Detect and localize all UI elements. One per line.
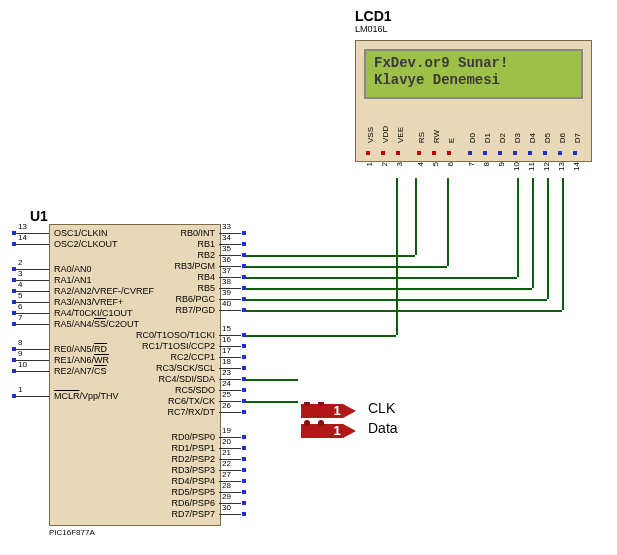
lcd-pin-label: D7 bbox=[573, 133, 582, 143]
lcd-pin-number: 5 bbox=[431, 162, 440, 166]
lcd-pin-number: 13 bbox=[557, 162, 566, 171]
svg-marker-0 bbox=[301, 404, 356, 418]
lcd-pin-number: 1 bbox=[365, 162, 374, 166]
mcu-ref: U1 bbox=[30, 208, 48, 224]
lcd-pin-number: 11 bbox=[527, 162, 536, 171]
lcd-pin-label: RW bbox=[432, 130, 441, 143]
lcd-pin-label: D4 bbox=[528, 133, 537, 143]
lcd-pin-label: VDD bbox=[381, 126, 390, 143]
probe-data-value: 1 bbox=[331, 423, 343, 438]
lcd-pin-number: 14 bbox=[572, 162, 581, 171]
mcu-part: PIC16F877A bbox=[49, 528, 95, 537]
lcd-pin-number: 2 bbox=[380, 162, 389, 166]
lcd-pin-label: D2 bbox=[498, 133, 507, 143]
lcd-module: FxDev.or9 Sunar! Klavye Denemesi VSSVDDV… bbox=[355, 40, 592, 162]
lcd-pin-number: 12 bbox=[542, 162, 551, 171]
lcd-pin-number: 3 bbox=[395, 162, 404, 166]
lcd-pin-label: D3 bbox=[513, 133, 522, 143]
lcd-screen: FxDev.or9 Sunar! Klavye Denemesi bbox=[364, 49, 583, 99]
lcd-pin-label: E bbox=[447, 138, 456, 143]
lcd-pin-label: D6 bbox=[558, 133, 567, 143]
lcd-pin-number: 10 bbox=[512, 162, 521, 171]
lcd-part: LM016L bbox=[355, 24, 388, 34]
svg-point-5 bbox=[318, 420, 324, 426]
lcd-pin-number: 7 bbox=[467, 162, 476, 166]
lcd-pin-label: D5 bbox=[543, 133, 552, 143]
lcd-line2: Klavye Denemesi bbox=[374, 72, 573, 89]
probe-data-label: Data bbox=[368, 420, 398, 436]
lcd-line1: FxDev.or9 Sunar! bbox=[374, 55, 573, 72]
lcd-pin-number: 4 bbox=[416, 162, 425, 166]
svg-marker-1 bbox=[301, 424, 356, 438]
lcd-pin-label: D0 bbox=[468, 133, 477, 143]
lcd-ref: LCD1 bbox=[355, 8, 392, 24]
lcd-pin-number: 6 bbox=[446, 162, 455, 166]
svg-point-4 bbox=[304, 420, 310, 426]
lcd-pin-label: VSS bbox=[366, 127, 375, 143]
lcd-pin-label: VEE bbox=[396, 127, 405, 143]
probe-clk-value: 1 bbox=[331, 403, 343, 418]
lcd-pin-number: 8 bbox=[482, 162, 491, 166]
lcd-pin-label: D1 bbox=[483, 133, 492, 143]
probe-clk-label: CLK bbox=[368, 400, 395, 416]
probe-group: 1 1 bbox=[301, 402, 361, 440]
lcd-pin-label: RS bbox=[417, 132, 426, 143]
lcd-pin-number: 9 bbox=[497, 162, 506, 166]
